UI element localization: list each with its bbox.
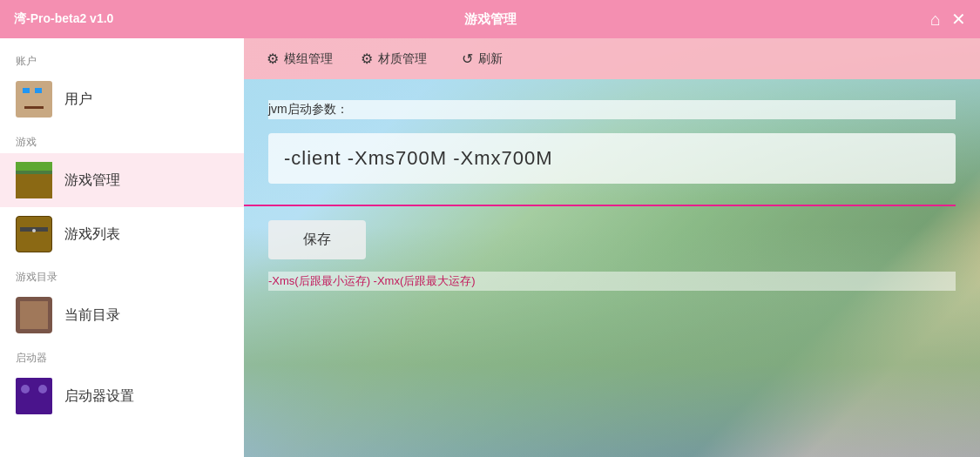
hint-text: -Xms(后跟最小运存) -Xmx(后跟最大运存) (268, 272, 956, 291)
tab-refresh[interactable]: ↺ 刷新 (449, 45, 515, 72)
sidebar-item-launcher[interactable]: 启动器设置 (0, 369, 244, 423)
sidebar-label-current-dir: 当前目录 (64, 306, 120, 325)
sidebar-label-launcher: 启动器设置 (64, 387, 134, 406)
close-icon[interactable]: ✕ (951, 9, 966, 30)
window-controls: ⌂ ✕ (930, 9, 966, 30)
page-title: 游戏管理 (464, 11, 517, 28)
refresh-icon: ↺ (462, 50, 473, 67)
content-panel: jvm启动参数： -client -Xms700M -Xmx700M (244, 79, 980, 205)
jvm-input-area[interactable]: -client -Xms700M -Xmx700M (268, 133, 956, 184)
tab-material-manage-label: 材质管理 (378, 51, 427, 67)
title-bar: 湾-Pro-beta2 v1.0 游戏管理 ⌂ ✕ (0, 0, 980, 38)
jvm-label: jvm启动参数： (268, 100, 956, 119)
sidebar-label-game-list: 游戏列表 (64, 225, 120, 244)
material-manage-icon: ⚙ (361, 50, 373, 67)
tab-mod-manage-label: 模组管理 (284, 51, 333, 67)
game-list-icon (16, 216, 52, 252)
mod-manage-icon: ⚙ (267, 50, 279, 67)
sidebar-section-game: 游戏 (0, 126, 244, 153)
sidebar-label-user: 用户 (64, 91, 92, 109)
sidebar-section-game-dir: 游戏目录 (0, 261, 244, 288)
content-area: ⚙ 模组管理 ⚙ 材质管理 ↺ 刷新 jvm启动参数： -client -Xms… (244, 38, 980, 457)
tab-refresh-label: 刷新 (478, 51, 503, 67)
main-layout: 账户 用户 游戏 游戏管理 游戏列表 游戏目录 当前目录 启动器 启动器设置 (0, 38, 980, 457)
game-manage-icon (16, 162, 52, 198)
current-dir-icon (16, 297, 52, 333)
tab-mod-manage[interactable]: ⚙ 模组管理 (254, 45, 345, 72)
sidebar-item-game-list[interactable]: 游戏列表 (0, 207, 244, 261)
sidebar-section-account: 账户 (0, 45, 244, 72)
sidebar-item-game-manage[interactable]: 游戏管理 (0, 153, 244, 207)
save-button[interactable]: 保存 (268, 220, 366, 259)
user-icon (16, 81, 52, 118)
sidebar-item-current-dir[interactable]: 当前目录 (0, 288, 244, 342)
app-name: 湾-Pro-beta2 v1.0 (14, 11, 113, 27)
sidebar-item-user[interactable]: 用户 (0, 72, 244, 126)
launcher-icon (16, 378, 52, 414)
sidebar-section-launcher: 启动器 (0, 342, 244, 369)
tab-bar: ⚙ 模组管理 ⚙ 材质管理 ↺ 刷新 (244, 38, 980, 79)
jvm-input-value: -client -Xms700M -Xmx700M (284, 147, 940, 170)
tab-material-manage[interactable]: ⚙ 材质管理 (348, 45, 439, 72)
action-panel: 保存 -Xms(后跟最小运存) -Xmx(后跟最大运存) (244, 206, 980, 312)
sidebar: 账户 用户 游戏 游戏管理 游戏列表 游戏目录 当前目录 启动器 启动器设置 (0, 38, 244, 457)
home-icon[interactable]: ⌂ (930, 10, 941, 30)
sidebar-label-game-manage: 游戏管理 (64, 171, 120, 190)
